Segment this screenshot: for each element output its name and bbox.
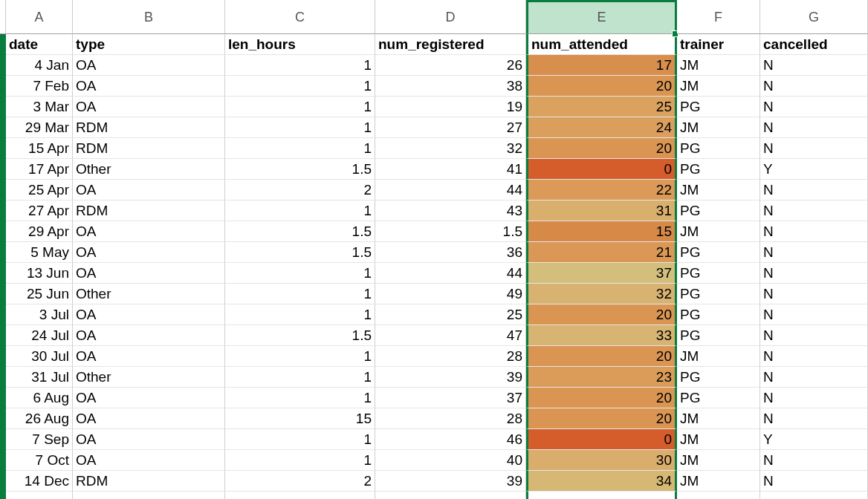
cell-date[interactable]: 7 Oct [6,450,73,471]
cell-date[interactable]: 25 Apr [6,180,73,200]
cell-num-attended[interactable]: 24 [526,117,677,138]
cell-cancelled[interactable]: N [760,408,868,429]
header-type[interactable]: type [73,34,225,55]
cell-trainer[interactable]: PG [677,97,760,117]
cell-num-registered[interactable]: 43 [375,200,526,221]
cell-cancelled[interactable]: N [760,263,868,284]
cell-cancelled[interactable]: N [760,221,868,242]
cell-trainer[interactable]: JM [677,471,760,492]
cell-date[interactable]: 5 May [6,242,73,263]
header-num-registered[interactable]: num_registered [375,34,526,55]
column-header-G[interactable]: G [760,0,868,34]
header-cancelled[interactable]: cancelled [760,34,868,55]
cell-num-attended[interactable]: 20 [526,304,677,325]
cell-cancelled[interactable]: N [760,346,868,367]
empty-cell[interactable] [677,492,760,499]
cell-len-hours[interactable]: 1 [225,388,375,408]
cell-type[interactable]: OA [73,180,225,200]
cell-date[interactable]: 3 Mar [6,97,73,117]
cell-num-attended[interactable]: 33 [526,325,677,346]
cell-num-registered[interactable]: 39 [375,471,526,492]
cell-len-hours[interactable]: 1 [225,263,375,284]
cell-cancelled[interactable]: N [760,97,868,117]
cell-cancelled[interactable]: N [760,180,868,200]
spreadsheet-grid[interactable]: ABCDEFGdatetypelen_hoursnum_registerednu… [0,0,868,499]
cell-len-hours[interactable]: 15 [225,408,375,429]
cell-cancelled[interactable]: N [760,367,868,388]
column-header-E[interactable]: E [526,0,677,34]
cell-cancelled[interactable]: N [760,55,868,76]
cell-len-hours[interactable]: 1 [225,346,375,367]
cell-date[interactable]: 3 Jul [6,304,73,325]
cell-trainer[interactable]: JM [677,408,760,429]
cell-len-hours[interactable]: 1 [225,138,375,159]
cell-date[interactable]: 29 Mar [6,117,73,138]
cell-type[interactable]: OA [73,325,225,346]
cell-trainer[interactable]: PG [677,284,760,304]
cell-num-registered[interactable]: 39 [375,367,526,388]
cell-trainer[interactable]: PG [677,304,760,325]
header-len-hours[interactable]: len_hours [225,34,375,55]
cell-num-registered[interactable]: 25 [375,304,526,325]
cell-len-hours[interactable]: 1 [225,450,375,471]
cell-type[interactable]: OA [73,242,225,263]
cell-cancelled[interactable]: Y [760,429,868,450]
cell-num-attended[interactable]: 20 [526,76,677,97]
cell-type[interactable]: RDM [73,117,225,138]
cell-date[interactable]: 29 Apr [6,221,73,242]
cell-date[interactable]: 13 Jun [6,263,73,284]
cell-type[interactable]: Other [73,367,225,388]
empty-cell[interactable] [73,492,225,499]
cell-num-attended[interactable]: 0 [526,429,677,450]
cell-num-attended[interactable]: 20 [526,138,677,159]
cell-len-hours[interactable]: 1.5 [225,325,375,346]
cell-num-registered[interactable]: 40 [375,450,526,471]
cell-len-hours[interactable]: 1 [225,304,375,325]
cell-trainer[interactable]: JM [677,180,760,200]
cell-len-hours[interactable]: 2 [225,471,375,492]
cell-num-attended[interactable]: 37 [526,263,677,284]
cell-num-attended[interactable]: 34 [526,471,677,492]
cell-num-attended[interactable]: 32 [526,284,677,304]
cell-num-attended[interactable]: 20 [526,388,677,408]
cell-len-hours[interactable]: 2 [225,180,375,200]
header-trainer[interactable]: trainer [677,34,760,55]
cell-cancelled[interactable]: N [760,76,868,97]
cell-type[interactable]: OA [73,263,225,284]
cell-len-hours[interactable]: 1 [225,55,375,76]
column-header-A[interactable]: A [6,0,73,34]
cell-type[interactable]: Other [73,284,225,304]
cell-num-registered[interactable]: 32 [375,138,526,159]
cell-num-attended[interactable]: 31 [526,200,677,221]
cell-type[interactable]: RDM [73,471,225,492]
cell-cancelled[interactable]: N [760,450,868,471]
cell-num-registered[interactable]: 28 [375,346,526,367]
cell-date[interactable]: 25 Jun [6,284,73,304]
cell-cancelled[interactable]: N [760,304,868,325]
cell-cancelled[interactable]: N [760,138,868,159]
cell-num-attended[interactable]: 30 [526,450,677,471]
cell-len-hours[interactable]: 1 [225,429,375,450]
empty-cell[interactable] [6,492,73,499]
cell-trainer[interactable]: PG [677,263,760,284]
cell-date[interactable]: 27 Apr [6,200,73,221]
cell-cancelled[interactable]: N [760,388,868,408]
cell-date[interactable]: 30 Jul [6,346,73,367]
cell-num-registered[interactable]: 47 [375,325,526,346]
cell-trainer[interactable]: JM [677,76,760,97]
cell-date[interactable]: 4 Jan [6,55,73,76]
header-date[interactable]: date [6,34,73,55]
cell-trainer[interactable]: PG [677,325,760,346]
header-num-attended[interactable]: num_attended [526,34,677,55]
cell-len-hours[interactable]: 1.5 [225,159,375,180]
cell-trainer[interactable]: PG [677,138,760,159]
cell-num-registered[interactable]: 38 [375,76,526,97]
cell-cancelled[interactable]: N [760,471,868,492]
cell-date[interactable]: 26 Aug [6,408,73,429]
cell-type[interactable]: OA [73,346,225,367]
cell-date[interactable]: 17 Apr [6,159,73,180]
cell-len-hours[interactable]: 1 [225,97,375,117]
empty-cell[interactable] [760,492,868,499]
column-header-D[interactable]: D [375,0,526,34]
cell-date[interactable]: 31 Jul [6,367,73,388]
